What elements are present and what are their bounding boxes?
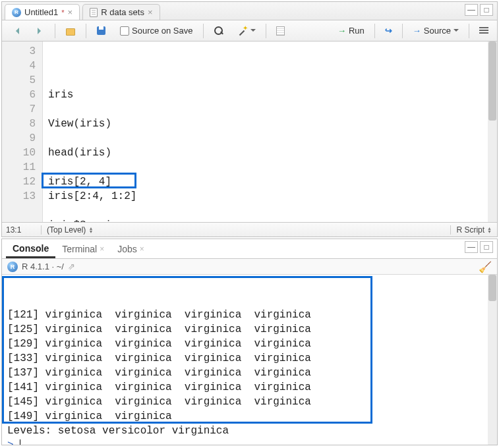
code-line[interactable]: iris$Species <box>48 218 493 222</box>
arrow-right-icon <box>34 26 45 36</box>
tab-label: Untitled1 <box>24 7 58 17</box>
code-line[interactable] <box>48 131 493 146</box>
find-button[interactable] <box>209 24 229 38</box>
r-icon: R <box>7 262 18 272</box>
scope-selector[interactable]: (Top Level) ▲▼ <box>42 225 450 235</box>
updown-icon: ▲▼ <box>487 227 492 233</box>
code-line[interactable]: iris[2:4, 1:2] <box>48 189 493 204</box>
compile-report-button[interactable] <box>272 24 289 38</box>
chevron-down-icon <box>454 29 459 34</box>
console-pane: Console Terminal× Jobs× — □ R R 4.1.1 · … <box>1 238 498 445</box>
pane-window-controls: — □ <box>465 4 493 16</box>
checkbox-icon <box>120 26 129 36</box>
console-prompt: > <box>7 439 20 445</box>
tab-label: R data sets <box>101 7 144 17</box>
editor-scrollbar[interactable] <box>488 42 497 222</box>
run-label: Run <box>349 26 365 36</box>
close-icon[interactable]: × <box>148 7 153 17</box>
console-line: [133] virginica virginica virginica virg… <box>7 351 490 366</box>
code-line[interactable]: iris[2, 4] <box>48 175 493 189</box>
source-button[interactable]: →Source <box>408 24 463 38</box>
clear-console-icon[interactable]: 🧹 <box>479 261 492 273</box>
console-line: [149] virginica virginica <box>7 409 490 424</box>
console-line: [137] virginica virginica virginica virg… <box>7 366 490 380</box>
code-tools-button[interactable] <box>233 24 260 38</box>
popout-icon[interactable]: ⇗ <box>68 262 75 271</box>
line-number: 5 <box>2 73 36 88</box>
source-label: Source <box>424 26 451 36</box>
line-number: 8 <box>2 117 36 131</box>
close-icon[interactable]: × <box>100 244 104 254</box>
cursor-position: 13:1 <box>2 225 42 235</box>
line-number: 4 <box>2 59 36 73</box>
code-line[interactable]: iris <box>48 88 493 102</box>
open-window-icon <box>65 26 76 36</box>
save-button[interactable] <box>92 24 111 38</box>
source-on-save-label: Source on Save <box>132 26 193 36</box>
minimize-pane-icon[interactable]: — <box>465 4 478 16</box>
console-scrollbar[interactable] <box>488 275 497 445</box>
console-line: [121] virginica virginica virginica virg… <box>7 308 490 322</box>
r-version-label: R 4.1.1 · ~/ <box>22 262 64 271</box>
dirty-indicator: * <box>61 9 64 16</box>
source-on-save-toggle[interactable]: Source on Save <box>115 24 198 38</box>
line-number-gutter: 345678910111213 <box>2 42 43 222</box>
console-info-bar: R R 4.1.1 · ~/ ⇗ 🧹 <box>2 259 497 275</box>
language-selector[interactable]: R Script ▲▼ <box>450 225 497 235</box>
minimize-pane-icon[interactable]: — <box>465 241 478 253</box>
editor-toolbar: Source on Save →Run ↪ →Source <box>2 20 497 42</box>
console-tabstrip: Console Terminal× Jobs× — □ <box>2 239 497 259</box>
line-number: 9 <box>2 131 36 146</box>
code-line[interactable]: head(iris) <box>48 146 493 160</box>
rerun-icon: ↪ <box>385 26 392 36</box>
tab-console[interactable]: Console <box>6 240 55 258</box>
close-icon[interactable]: × <box>68 7 73 17</box>
chevron-down-icon <box>250 29 256 34</box>
code-line[interactable] <box>48 160 493 175</box>
source-icon: → <box>413 26 421 36</box>
line-number: 13 <box>2 189 36 204</box>
wand-icon <box>237 26 248 36</box>
editor-statusbar: 13:1 (Top Level) ▲▼ R Script ▲▼ <box>2 222 497 237</box>
code-editor[interactable]: 345678910111213 iris View(iris) head(iri… <box>2 42 497 222</box>
tab-label: Jobs <box>117 244 137 254</box>
maximize-pane-icon[interactable]: □ <box>480 4 493 16</box>
scrollbar-thumb[interactable] <box>488 275 496 301</box>
rerun-button[interactable]: ↪ <box>380 24 397 38</box>
arrow-left-icon <box>11 26 21 36</box>
line-number: 10 <box>2 146 36 160</box>
scrollbar-thumb[interactable] <box>488 42 496 121</box>
tab-terminal[interactable]: Terminal× <box>55 241 111 257</box>
outline-button[interactable] <box>475 25 493 37</box>
console-line: Levels: setosa versicolor virginica <box>7 424 490 438</box>
console-input-line[interactable]: > <box>7 438 490 445</box>
nav-forward-button[interactable] <box>30 24 49 38</box>
editor-tab-r-data-sets[interactable]: R data sets × <box>82 4 160 20</box>
language-label: R Script <box>456 225 484 235</box>
notebook-icon <box>276 26 285 36</box>
editor-tab-untitled1[interactable]: R Untitled1* × <box>5 4 80 20</box>
run-icon: → <box>338 26 346 36</box>
editor-pane: R Untitled1* × R data sets × — □ Source … <box>1 1 498 237</box>
code-line[interactable] <box>48 204 493 218</box>
outline-icon <box>479 27 488 35</box>
console-line: [145] virginica virginica virginica virg… <box>7 395 490 409</box>
close-icon[interactable]: × <box>140 244 144 254</box>
tab-jobs[interactable]: Jobs× <box>111 241 151 257</box>
maximize-pane-icon[interactable]: □ <box>480 241 493 253</box>
console-line: [125] virginica virginica virginica virg… <box>7 322 490 337</box>
code-line[interactable]: View(iris) <box>48 117 493 131</box>
pane-window-controls: — □ <box>465 241 493 253</box>
run-button[interactable]: →Run <box>333 24 369 38</box>
nav-back-button[interactable] <box>6 24 26 38</box>
console-line: [129] virginica virginica virginica virg… <box>7 337 490 351</box>
document-icon <box>90 8 98 17</box>
line-number: 7 <box>2 102 36 117</box>
editor-tabstrip: R Untitled1* × R data sets × — □ <box>2 2 497 20</box>
line-number: 6 <box>2 88 36 102</box>
code-area[interactable]: iris View(iris) head(iris) iris[2, 4]iri… <box>43 42 497 222</box>
show-in-new-window-button[interactable] <box>61 24 80 38</box>
console-output[interactable]: [121] virginica virginica virginica virg… <box>2 275 497 445</box>
code-line[interactable] <box>48 102 493 117</box>
tab-label: Terminal <box>62 244 97 254</box>
